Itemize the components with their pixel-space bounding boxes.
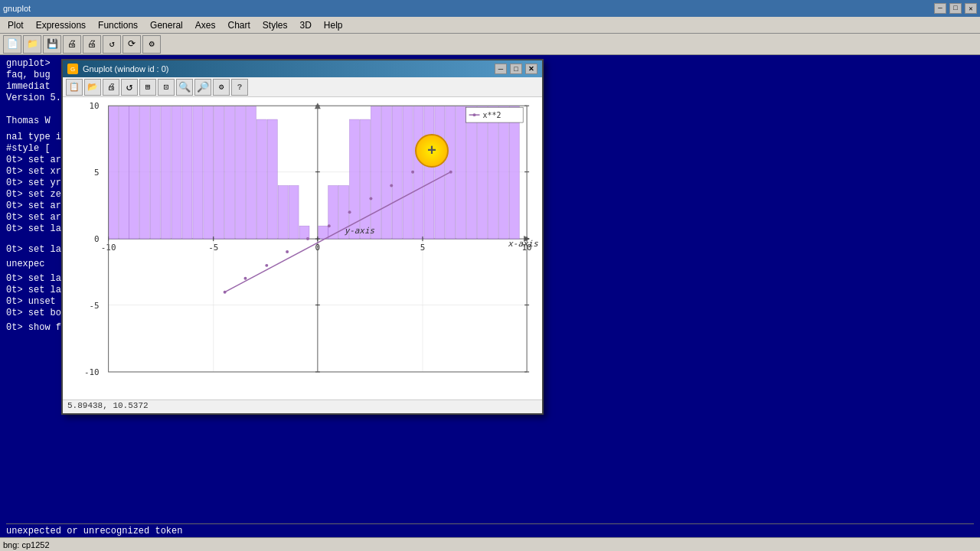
svg-point-96 <box>473 113 476 116</box>
app-toolbar: 📄 📁 💾 🖨 🖨 ↺ ⟳ ⚙ <box>0 34 980 55</box>
svg-rect-43 <box>403 106 413 239</box>
svg-rect-35 <box>318 226 328 239</box>
svg-text:-10: -10 <box>84 367 100 377</box>
close-button[interactable]: ✕ <box>965 3 977 14</box>
svg-rect-34 <box>299 226 309 239</box>
gnuplot-status-bar: 5.89438, 10.5372 <box>63 399 542 413</box>
svg-rect-52 <box>498 106 508 239</box>
gp-zoomfit-button[interactable]: ⊡ <box>158 79 175 96</box>
minimize-button[interactable]: ─ <box>934 3 946 14</box>
cursor-circle: + <box>415 134 449 168</box>
encoding-status: bng: cp1252 <box>3 540 50 549</box>
svg-rect-41 <box>381 106 391 239</box>
svg-rect-42 <box>392 106 402 239</box>
print-button[interactable]: 🖨 <box>63 35 81 54</box>
svg-rect-44 <box>413 106 423 239</box>
svg-rect-36 <box>328 186 338 240</box>
refresh-button[interactable]: ↺ <box>103 35 121 54</box>
gp-settings-button[interactable]: ⚙ <box>213 79 230 96</box>
svg-rect-25 <box>204 106 214 239</box>
gp-help-button[interactable]: ? <box>231 79 248 96</box>
svg-point-66 <box>449 171 452 174</box>
svg-rect-33 <box>289 186 299 240</box>
svg-point-61 <box>348 210 351 214</box>
maximize-button[interactable]: □ <box>949 3 962 14</box>
menu-help[interactable]: Help <box>318 18 349 32</box>
svg-point-62 <box>369 197 372 200</box>
svg-rect-53 <box>509 106 519 239</box>
svg-rect-29 <box>246 106 256 239</box>
svg-rect-40 <box>371 106 381 239</box>
gp-print-button[interactable]: 🖨 <box>103 79 119 96</box>
menu-plot[interactable]: Plot <box>2 18 30 32</box>
gp-grid-button[interactable]: ⊞ <box>139 79 156 96</box>
gp-zoomout-button[interactable]: 🔎 <box>194 79 211 96</box>
gnuplot-titlebar: G Gnuplot (window id : 0) ─ □ ✕ <box>63 60 542 77</box>
svg-rect-28 <box>236 106 246 239</box>
gnuplot-app-icon: G <box>67 64 78 74</box>
svg-rect-51 <box>488 106 498 239</box>
svg-rect-21 <box>161 106 171 239</box>
menu-general[interactable]: General <box>144 18 189 32</box>
svg-text:-5: -5 <box>90 301 100 311</box>
svg-rect-48 <box>456 106 466 239</box>
gnuplot-maximize-button[interactable]: □ <box>510 64 522 74</box>
settings-button[interactable]: ⚙ <box>142 35 161 54</box>
svg-rect-45 <box>424 106 434 239</box>
svg-point-58 <box>286 250 289 253</box>
svg-text:x-axis: x-axis <box>508 239 538 249</box>
main-content: gnuplot> faq, bug immediat Version 5.2 p… <box>0 55 980 551</box>
svg-point-63 <box>390 184 393 187</box>
svg-text:5: 5 <box>420 243 426 253</box>
menu-expressions[interactable]: Expressions <box>30 18 92 32</box>
svg-rect-39 <box>361 119 371 239</box>
gnuplot-window-buttons: ─ □ ✕ <box>495 64 537 74</box>
save-button[interactable]: 💾 <box>43 35 61 54</box>
new-button[interactable]: 📄 <box>3 35 21 54</box>
svg-text:-5: -5 <box>208 243 218 253</box>
svg-rect-26 <box>214 106 224 239</box>
menu-3d[interactable]: 3D <box>294 18 318 32</box>
svg-text:5: 5 <box>94 168 100 178</box>
svg-text:10: 10 <box>90 101 100 111</box>
svg-rect-27 <box>225 106 235 239</box>
svg-text:x**2: x**2 <box>482 111 501 119</box>
svg-rect-19 <box>139 106 149 239</box>
menu-axes[interactable]: Axes <box>189 18 222 32</box>
gnuplot-window: G Gnuplot (window id : 0) ─ □ ✕ 📋 📂 🖨 ↺ … <box>61 59 544 415</box>
app-status-bar: bng: cp1252 <box>0 537 980 551</box>
svg-point-56 <box>243 277 247 280</box>
svg-rect-17 <box>119 106 129 239</box>
svg-rect-50 <box>478 106 488 239</box>
gp-zoomin-button[interactable]: 🔍 <box>176 79 193 96</box>
svg-rect-20 <box>150 106 160 239</box>
gp-copy-button[interactable]: 📋 <box>66 79 83 96</box>
gp-refresh1-button[interactable]: ↺ <box>121 79 138 96</box>
svg-point-64 <box>411 171 414 174</box>
svg-rect-24 <box>193 106 203 239</box>
app-title: gnuplot <box>3 4 31 13</box>
gnuplot-close-button[interactable]: ✕ <box>525 64 537 74</box>
svg-rect-22 <box>172 106 181 239</box>
menu-functions[interactable]: Functions <box>92 18 144 32</box>
gnuplot-title-left: G Gnuplot (window id : 0) <box>67 64 169 74</box>
svg-text:0: 0 <box>315 243 321 253</box>
chart-container: -10 -5 0 5 10 10 5 0 <box>63 97 542 403</box>
t-unexpected: unexpected or unrecognized token <box>6 526 974 537</box>
svg-rect-32 <box>278 186 288 240</box>
svg-point-57 <box>265 264 268 267</box>
refresh2-button[interactable]: ⟳ <box>122 35 141 54</box>
print2-button[interactable]: 🖨 <box>83 35 101 54</box>
gnuplot-toolbar: 📋 📂 🖨 ↺ ⊞ ⊡ 🔍 🔎 ⚙ ? <box>63 77 542 97</box>
menu-chart[interactable]: Chart <box>221 18 256 32</box>
open-button[interactable]: 📁 <box>23 35 41 54</box>
svg-rect-18 <box>129 106 139 239</box>
app-titlebar: gnuplot ─ □ ✕ <box>0 0 980 17</box>
gnuplot-minimize-button[interactable]: ─ <box>495 64 507 74</box>
gnuplot-window-title: Gnuplot (window id : 0) <box>83 64 169 73</box>
gp-open-button[interactable]: 📂 <box>84 79 101 96</box>
svg-text:y-axis: y-axis <box>345 226 375 236</box>
menu-styles[interactable]: Styles <box>256 18 294 32</box>
gnuplot-coords: 5.89438, 10.5372 <box>67 401 149 410</box>
titlebar-buttons: ─ □ ✕ <box>934 3 977 14</box>
